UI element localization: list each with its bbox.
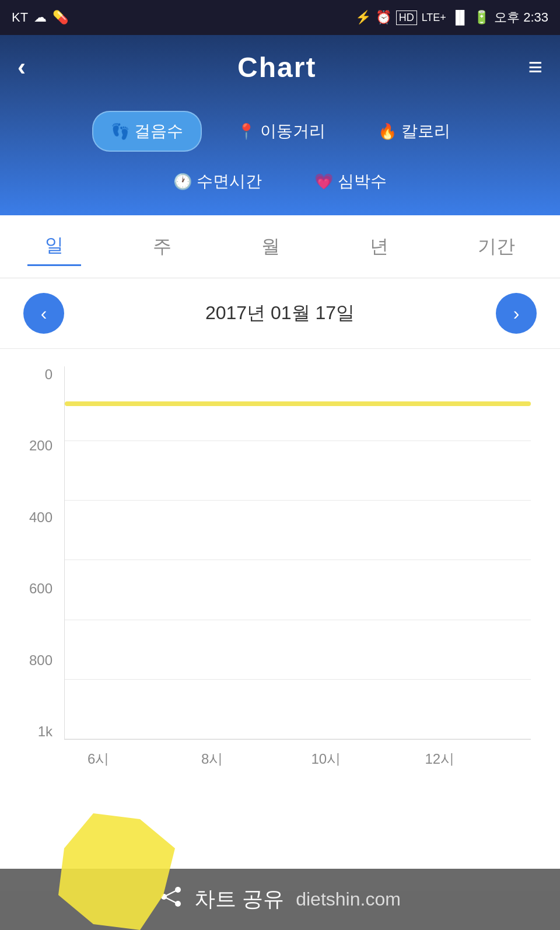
distance-label: 이동거리 (260, 120, 326, 142)
sleep-icon: 🕐 (173, 173, 192, 191)
bluetooth-icon: ⚡ (355, 10, 371, 25)
share-brand: dietshin.com (296, 889, 401, 910)
app-header: ‹ Chart ≡ (0, 35, 560, 99)
lte-icon: LTE+ (422, 12, 446, 24)
next-date-button[interactable]: › (496, 293, 537, 334)
status-bar: KT ☁ 💊 ⚡ ⏰ HD LTE+ ▐▌ 🔋 오후 2:33 (0, 0, 560, 35)
metric-heartrate[interactable]: 💗 심박수 (297, 162, 404, 201)
prev-icon: ‹ (41, 303, 47, 324)
heartrate-label: 심박수 (338, 170, 387, 193)
distance-icon: 📍 (237, 123, 256, 141)
calories-icon: 🔥 (378, 123, 397, 141)
y-label-800: 800 (29, 652, 52, 669)
y-label-200: 200 (29, 438, 52, 454)
status-left: KT ☁ 💊 (12, 10, 68, 25)
bars-area (65, 366, 531, 739)
time-label: 오후 2:33 (494, 9, 548, 26)
x-axis: 6시 8시 10시 12시 (64, 743, 531, 775)
share-text: 차트 공유 (194, 885, 284, 914)
chart-inner: 1k 800 600 400 200 0 (23, 366, 537, 775)
calories-label: 칼로리 (401, 120, 450, 142)
metric-calories[interactable]: 🔥 칼로리 (360, 112, 468, 151)
hd-icon: HD (396, 11, 417, 25)
signal-icon: ▐▌ (451, 10, 469, 25)
prev-date-button[interactable]: ‹ (23, 293, 64, 334)
chart-plot (64, 366, 531, 740)
steps-icon: 👣 (111, 123, 130, 141)
back-button[interactable]: ‹ (18, 53, 26, 81)
cloud-icon: ☁ (34, 10, 47, 25)
metric-distance[interactable]: 📍 이동거리 (219, 112, 343, 151)
metric-sleep[interactable]: 🕐 수면시간 (156, 162, 279, 201)
metrics-bar: 👣 걸음수 📍 이동거리 🔥 칼로리 🕐 수면시간 💗 심박수 (0, 99, 560, 215)
x-label-6: 6시 (70, 750, 127, 768)
y-axis: 1k 800 600 400 200 0 (23, 366, 58, 740)
y-label-0: 0 (45, 366, 52, 383)
sleep-label: 수면시간 (197, 170, 262, 193)
x-label-10: 10시 (298, 750, 355, 768)
alarm-icon: ⏰ (376, 10, 391, 25)
sticker-shape (58, 813, 175, 930)
y-label-600: 600 (29, 581, 52, 597)
tab-day[interactable]: 일 (27, 227, 81, 266)
sticker-decoration (58, 813, 175, 930)
heartrate-icon: 💗 (314, 173, 333, 191)
tab-range[interactable]: 기간 (460, 228, 533, 265)
pill-icon: 💊 (52, 10, 68, 25)
metrics-row-1: 👣 걸음수 📍 이동거리 🔥 칼로리 (92, 111, 468, 152)
x-label-8: 8시 (184, 750, 241, 768)
tab-year[interactable]: 년 (352, 228, 406, 265)
date-nav: ‹ 2017년 01월 17일 › (0, 278, 560, 349)
y-label-1k: 1k (38, 723, 52, 740)
status-right: ⚡ ⏰ HD LTE+ ▐▌ 🔋 오후 2:33 (355, 9, 548, 26)
current-date: 2017년 01월 17일 (205, 300, 355, 326)
page-title: Chart (237, 51, 316, 83)
menu-button[interactable]: ≡ (528, 53, 542, 81)
next-icon: › (513, 303, 520, 324)
metrics-row-2: 🕐 수면시간 💗 심박수 (156, 162, 404, 201)
y-label-400: 400 (29, 509, 52, 526)
x-label-12: 12시 (411, 750, 468, 768)
metric-steps[interactable]: 👣 걸음수 (92, 111, 202, 152)
tab-week[interactable]: 주 (135, 228, 189, 265)
tab-month[interactable]: 월 (244, 228, 298, 265)
period-tabs: 일 주 월 년 기간 (0, 215, 560, 278)
chart-container: 1k 800 600 400 200 0 (0, 349, 560, 786)
battery-icon: 🔋 (474, 10, 489, 25)
steps-label: 걸음수 (134, 120, 183, 142)
carrier-label: KT (12, 10, 28, 25)
